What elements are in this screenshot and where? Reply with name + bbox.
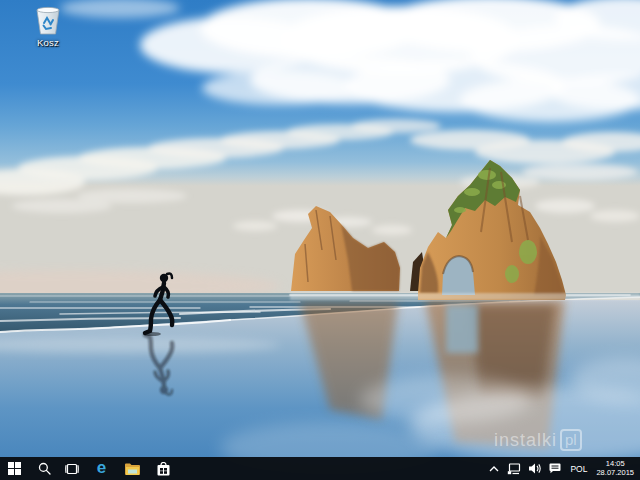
action-center-button[interactable] bbox=[545, 457, 565, 480]
hidden-icons-button[interactable] bbox=[485, 457, 503, 480]
search-icon bbox=[38, 462, 51, 475]
recycle-bin-label: Kosz bbox=[26, 37, 70, 48]
file-explorer-button[interactable] bbox=[119, 457, 146, 480]
store-button[interactable] bbox=[150, 457, 177, 480]
network-tray-button[interactable] bbox=[503, 457, 525, 480]
wallpaper-image bbox=[0, 0, 640, 480]
clock[interactable]: 14:05 28.07.2015 bbox=[592, 460, 640, 477]
start-button[interactable] bbox=[1, 457, 28, 480]
windows-logo-icon bbox=[8, 462, 21, 475]
network-icon bbox=[507, 463, 521, 475]
desktop[interactable]: Kosz instalki pl bbox=[0, 0, 640, 480]
task-view-button[interactable] bbox=[58, 457, 85, 480]
volume-tray-button[interactable] bbox=[525, 457, 545, 480]
watermark-tld-box: pl bbox=[560, 429, 582, 451]
language-indicator[interactable]: POL bbox=[565, 464, 592, 474]
watermark: instalki pl bbox=[494, 429, 582, 451]
search-button[interactable] bbox=[31, 457, 58, 480]
task-view-icon bbox=[65, 463, 79, 475]
clock-date: 28.07.2015 bbox=[596, 469, 634, 478]
edge-icon: e bbox=[97, 459, 106, 476]
speaker-icon bbox=[529, 463, 541, 474]
file-explorer-icon bbox=[125, 463, 140, 475]
recycle-bin-icon[interactable]: Kosz bbox=[26, 6, 70, 48]
store-icon bbox=[157, 462, 170, 476]
system-tray: POL 14:05 28.07.2015 bbox=[485, 457, 640, 480]
edge-button[interactable]: e bbox=[88, 457, 115, 480]
action-center-icon bbox=[549, 463, 561, 474]
taskbar: e bbox=[0, 457, 640, 480]
chevron-up-icon bbox=[489, 466, 499, 472]
recycle-bin-glyph bbox=[34, 6, 62, 36]
watermark-name: instalki bbox=[494, 430, 557, 451]
